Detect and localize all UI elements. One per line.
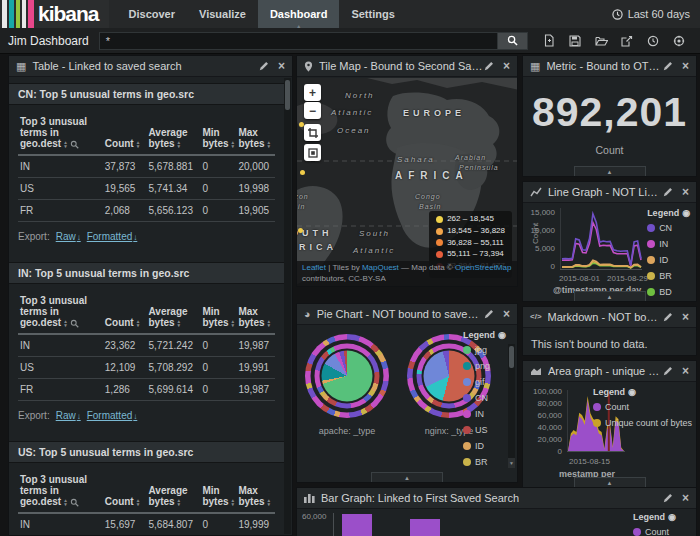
collapse-tab[interactable]: ▲ <box>574 166 646 176</box>
panel-area-graph-header: Area graph - unique count of byt... × <box>523 361 696 382</box>
legend-item-id[interactable]: ID <box>463 441 507 451</box>
edit-icon[interactable] <box>484 309 494 319</box>
legend-item-count[interactable]: Count <box>633 527 686 536</box>
legend-dot <box>436 239 443 246</box>
export-link-formatted[interactable]: Formatted↓ <box>87 231 138 242</box>
scroll-down-arrow-icon[interactable]: ▼ <box>508 458 515 468</box>
close-icon[interactable]: × <box>682 365 689 377</box>
pie-chart-left[interactable] <box>305 334 389 418</box>
panel-title: Area graph - unique count of byt... <box>548 365 663 377</box>
column-header[interactable]: Max bytes▴▾ <box>236 293 275 334</box>
table-cell: FR <box>18 200 103 222</box>
tile-map[interactable]: NorthAtlanticOceanEUROPESaharaArabianPen… <box>297 78 517 286</box>
edit-icon[interactable] <box>259 61 269 71</box>
edit-icon[interactable] <box>484 61 494 71</box>
y-tick: 15,000 <box>531 208 555 217</box>
nav-item-dashboard[interactable]: Dashboard▲ <box>258 0 339 28</box>
legend-gear-icon[interactable]: ◉ <box>498 330 506 340</box>
column-header[interactable]: Top 3 unusual terms in geo.dest▴▾ <box>18 114 103 155</box>
column-header[interactable]: Min bytes▴▾ <box>200 114 236 155</box>
legend-item-unique-count-of-bytes[interactable]: Unique count of bytes <box>593 418 692 428</box>
column-header[interactable]: Count▴▾ <box>103 114 147 155</box>
attribution-link[interactable]: Leaflet <box>302 263 326 272</box>
legend-gear-icon[interactable]: ◉ <box>628 387 636 397</box>
close-icon[interactable]: × <box>682 60 689 72</box>
legend-item-bd[interactable]: BD <box>647 287 690 297</box>
legend-item-in[interactable]: IN <box>647 239 690 249</box>
options-gear-icon[interactable] <box>666 32 692 50</box>
pie-legend-scrollbar-thumb[interactable] <box>509 346 514 368</box>
search-button[interactable] <box>498 32 528 50</box>
export-link-formatted[interactable]: Formatted↓ <box>87 410 138 421</box>
map-fit-bounds-button[interactable] <box>304 144 321 161</box>
collapse-tab[interactable]: ▲ <box>371 472 443 482</box>
edit-icon[interactable] <box>663 187 673 197</box>
export-label: Export: <box>18 410 50 421</box>
column-header[interactable]: Max bytes▴▾ <box>236 472 275 513</box>
legend-item-count[interactable]: Count <box>593 402 692 412</box>
column-header[interactable]: Min bytes▴▾ <box>200 293 236 334</box>
column-header[interactable]: Count▴▾ <box>103 293 147 334</box>
close-icon[interactable]: × <box>682 186 689 198</box>
export-link-raw[interactable]: Raw↓ <box>56 410 81 421</box>
edit-icon[interactable] <box>663 366 673 376</box>
legend-dot <box>463 378 471 386</box>
edit-icon[interactable] <box>663 61 673 71</box>
close-icon[interactable]: × <box>278 60 285 72</box>
refresh-interval-icon[interactable] <box>640 32 666 50</box>
table-scrollbar-thumb[interactable] <box>285 80 290 110</box>
legend-item-jpg[interactable]: jpg <box>463 345 507 355</box>
attribution-link[interactable]: MapQuest <box>362 263 399 272</box>
query-input[interactable]: * <box>99 32 498 50</box>
y-tick: 20,000 <box>538 435 562 444</box>
column-header[interactable]: Average bytes▴▾ <box>146 472 200 513</box>
legend-item-cn[interactable]: CN <box>463 393 507 403</box>
map-draw-rectangle-button[interactable] <box>304 124 321 141</box>
column-header[interactable]: Count▴▾ <box>103 472 147 513</box>
legend-title: Legend◉ <box>633 512 686 522</box>
legend-item-cn[interactable]: CN <box>647 223 690 233</box>
edit-icon[interactable] <box>663 312 673 322</box>
table-row: US19,5655,741.34019,998 <box>18 178 275 200</box>
collapse-tab[interactable]: ▲ <box>574 477 646 487</box>
panel-title: Bar Graph: Linked to First Saved Search <box>321 492 519 504</box>
collapse-tab[interactable]: ▲ <box>574 291 646 301</box>
load-dashboard-icon[interactable] <box>588 32 614 50</box>
search-icon[interactable] <box>70 140 79 149</box>
close-icon[interactable]: × <box>682 492 689 504</box>
close-icon[interactable]: × <box>503 60 510 72</box>
search-icon[interactable] <box>70 319 79 328</box>
legend-item-in[interactable]: IN <box>463 409 507 419</box>
metric-value: 892,201 <box>523 89 696 136</box>
close-icon[interactable]: × <box>682 311 689 323</box>
x-tick: 2015-08-15 <box>569 457 610 466</box>
column-header[interactable]: Min bytes▴▾ <box>200 472 236 513</box>
share-dashboard-icon[interactable] <box>614 32 640 50</box>
nav-item-settings[interactable]: Settings <box>339 0 406 28</box>
search-icon[interactable] <box>70 498 79 507</box>
new-dashboard-icon[interactable] <box>536 32 562 50</box>
column-header[interactable]: Average bytes▴▾ <box>146 114 200 155</box>
legend-item-us[interactable]: US <box>463 425 507 435</box>
legend-gear-icon[interactable]: ◉ <box>668 512 676 522</box>
legend-item-br[interactable]: BR <box>647 271 690 281</box>
column-header[interactable]: Average bytes▴▾ <box>146 293 200 334</box>
nav-item-discover[interactable]: Discover <box>117 0 187 28</box>
attribution-link[interactable]: OpenStreetMap <box>455 263 511 272</box>
nav-item-visualize[interactable]: Visualize <box>187 0 258 28</box>
map-zoom-in-button[interactable]: + <box>304 84 321 101</box>
legend-gear-icon[interactable]: ◉ <box>682 208 690 218</box>
legend-item-png[interactable]: png <box>463 361 507 371</box>
legend-item-br[interactable]: BR <box>463 457 507 467</box>
legend-item-gif[interactable]: gif <box>463 377 507 387</box>
map-zoom-out-button[interactable]: − <box>304 102 321 119</box>
legend-item-id[interactable]: ID <box>647 255 690 265</box>
column-header[interactable]: Top 3 unusual terms in geo.dest▴▾ <box>18 293 103 334</box>
time-filter[interactable]: Last 60 days <box>612 0 700 28</box>
export-link-raw[interactable]: Raw↓ <box>56 231 81 242</box>
column-header[interactable]: Max bytes▴▾ <box>236 114 275 155</box>
column-header[interactable]: Top 3 unusual terms in geo.dest▴▾ <box>18 472 103 513</box>
close-icon[interactable]: × <box>503 308 510 320</box>
edit-icon[interactable] <box>663 493 673 503</box>
save-dashboard-icon[interactable] <box>562 32 588 50</box>
